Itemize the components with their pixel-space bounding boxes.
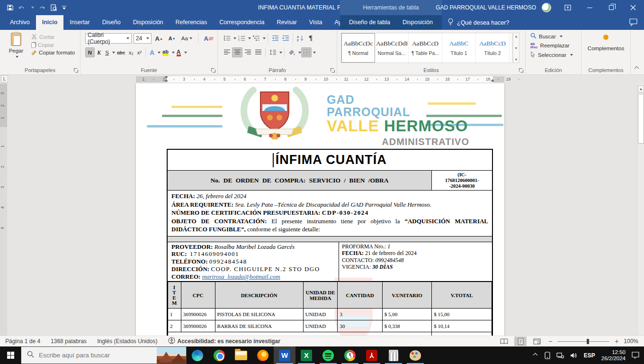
tray-volume-icon[interactable] <box>570 352 578 359</box>
tab-insertar[interactable]: Insertar <box>63 15 96 30</box>
account-name[interactable]: GAD PARROQUIAL VALLE HERMOSO <box>436 0 536 15</box>
customize-qat-icon[interactable] <box>62 5 66 10</box>
email-link[interactable]: marirosa_lozada@hotmail.com <box>202 273 280 280</box>
borders-icon[interactable] <box>301 47 312 57</box>
paste-dropdown-icon[interactable] <box>16 56 18 58</box>
tray-language[interactable]: ESP <box>584 352 595 359</box>
accessibility-status[interactable]: Accesibilidad: es necesario investigar <box>177 338 286 345</box>
highlight-button[interactable]: ab <box>161 47 170 57</box>
taskbar-excel-icon[interactable]: X <box>295 346 317 364</box>
taskbar-file-explorer-icon[interactable] <box>230 346 252 364</box>
avatar[interactable] <box>542 3 551 12</box>
vertical-scrollbar[interactable]: ▲ <box>637 83 644 336</box>
tab-diseno-de-tabla[interactable]: Diseño de tabla <box>343 15 396 30</box>
justify-icon[interactable] <box>253 47 263 57</box>
superscript-button[interactable]: x² <box>135 47 143 57</box>
taskbar-paint-icon[interactable] <box>404 346 426 364</box>
action-center-icon[interactable] <box>632 352 639 359</box>
zoom-level[interactable]: 100% <box>624 338 638 345</box>
font-dialog-launcher[interactable] <box>211 68 215 73</box>
word-count[interactable]: 1368 palabras <box>45 338 92 345</box>
find-button[interactable]: Buscar <box>530 33 573 40</box>
items-table-cell[interactable]: UNIDAD <box>303 320 338 332</box>
print-layout-icon[interactable] <box>514 337 527 346</box>
order-meta-cell[interactable]: FECHA: 26, febrero del 2024 ÁREA REQUIRE… <box>168 191 492 237</box>
close-button[interactable] <box>622 0 644 15</box>
line-spacing-dropdown-icon[interactable] <box>279 52 282 54</box>
page-indicator[interactable]: Página 1 de 4 <box>0 338 45 345</box>
read-mode-icon[interactable] <box>498 337 510 346</box>
search-input[interactable] <box>39 352 148 359</box>
tray-network-icon[interactable] <box>556 352 564 359</box>
shading-icon[interactable] <box>286 47 297 57</box>
bullets-icon[interactable] <box>222 33 232 43</box>
multilevel-dropdown-icon[interactable] <box>263 37 266 39</box>
taskbar-edge-icon[interactable] <box>187 346 208 364</box>
zoom-in-button[interactable]: + <box>614 337 619 345</box>
style--table-pa-[interactable]: AaBbCcD¶ Table Pa... <box>409 33 442 63</box>
tab-disposicion[interactable]: Disposición <box>127 15 170 30</box>
numbering-icon[interactable]: 123 <box>236 33 247 43</box>
clear-formatting-button[interactable]: A <box>202 34 215 44</box>
tab-diseno[interactable]: Diseño <box>96 15 127 30</box>
items-table-cell[interactable]: 369900026 <box>181 320 215 332</box>
style-t-tulo-1[interactable]: AaBbCTítulo 1 <box>442 33 476 63</box>
style-normal-sa-[interactable]: AaBbCcDdENormal Sa... <box>375 33 409 63</box>
comments-icon[interactable] <box>629 18 637 28</box>
styles-dialog-launcher[interactable] <box>519 68 523 73</box>
tray-clock[interactable]: 12:50 26/2/2024 <box>601 349 626 362</box>
tab-referencias[interactable]: Referencias <box>170 15 214 30</box>
taskbar-firefox-icon[interactable] <box>252 346 274 364</box>
shrink-font-button[interactable]: A▼ <box>167 34 178 44</box>
tab-revisar[interactable]: Revisar <box>270 15 303 30</box>
taskbar-acrobat-icon[interactable]: ⅄ <box>361 346 383 364</box>
items-table-cell[interactable]: BARRAS DE SILICONA <box>215 320 303 332</box>
items-table-cell[interactable]: 30 <box>338 320 382 332</box>
web-layout-icon[interactable] <box>531 337 543 346</box>
strikethrough-button[interactable]: abc <box>115 47 127 57</box>
document-page[interactable]: GAD PARROQUIAL VALLE HERMOSO ADMINISTRAT… <box>136 83 504 336</box>
items-table-cell[interactable]: $ 15,00 <box>432 309 492 320</box>
supplier-cell[interactable]: PROVEEDOR: Rosalba Maribel Lozada Garcés… <box>168 242 339 282</box>
paste-button[interactable]: Pegar <box>4 33 28 67</box>
font-size-combo[interactable]: 24 <box>134 33 152 44</box>
style-t-tulo-2[interactable]: AaBbCcDTítulo 2 <box>476 33 510 63</box>
taskbar-spotify-icon[interactable] <box>317 346 339 364</box>
taskbar-chrome-app-icon[interactable] <box>339 346 361 364</box>
restore-button[interactable] <box>600 0 622 15</box>
text-effects-button[interactable]: A <box>148 47 156 57</box>
bold-button[interactable]: N <box>85 47 95 57</box>
zoom-slider-thumb[interactable] <box>587 339 589 344</box>
format-painter-button[interactable]: Copiar formato <box>31 50 75 55</box>
items-table-cell[interactable]: 3 <box>338 309 382 320</box>
sort-icon[interactable]: AZ <box>295 33 305 43</box>
save-icon[interactable] <box>7 4 13 11</box>
collapse-ribbon-button[interactable] <box>634 65 640 72</box>
tab-correspondencia[interactable]: Correspondencia <box>213 15 270 30</box>
items-table-cell[interactable]: PISTOLAS DE SILICONA <box>215 309 303 320</box>
tell-me-box[interactable]: ¿Qué desea hacer? <box>447 15 510 30</box>
start-button[interactable] <box>0 346 21 364</box>
items-table-cell[interactable]: $ 5,00 <box>382 309 431 320</box>
decrease-indent-icon[interactable] <box>270 33 280 43</box>
font-name-combo[interactable]: Calibri (Cuerpo) <box>85 33 132 44</box>
tray-phone-icon[interactable] <box>545 352 550 359</box>
replace-button[interactable]: ab⇄acReemplazar <box>530 42 573 49</box>
items-table-cell[interactable]: UNIDAD <box>303 309 338 320</box>
order-label-cell[interactable]: No. DE ORDEN DE COMPRA: SERVICIO / BIEN … <box>168 171 431 190</box>
align-center-icon[interactable] <box>232 47 242 57</box>
language-indicator[interactable]: Inglés (Estados Unidos) <box>92 338 162 345</box>
ribbon-display-options-button[interactable] <box>557 0 579 15</box>
line-spacing-icon[interactable] <box>268 47 278 57</box>
taskbar-word-icon[interactable]: W <box>274 346 295 364</box>
zoom-out-button[interactable]: − <box>547 337 553 345</box>
scroll-up-arrow[interactable]: ▲ <box>638 85 644 92</box>
multilevel-list-icon[interactable] <box>251 33 261 43</box>
tab-archivo[interactable]: Archivo <box>4 15 36 30</box>
subtotal-label[interactable]: SUBTOTAL <box>168 332 432 336</box>
subtotal-value[interactable]: $ 25,14 <box>432 332 492 336</box>
tray-chevron-icon[interactable] <box>532 352 538 359</box>
print-preview-icon[interactable] <box>50 4 57 11</box>
first-line-indent-marker[interactable] <box>164 76 168 79</box>
highlight-dropdown-icon[interactable] <box>172 52 175 54</box>
